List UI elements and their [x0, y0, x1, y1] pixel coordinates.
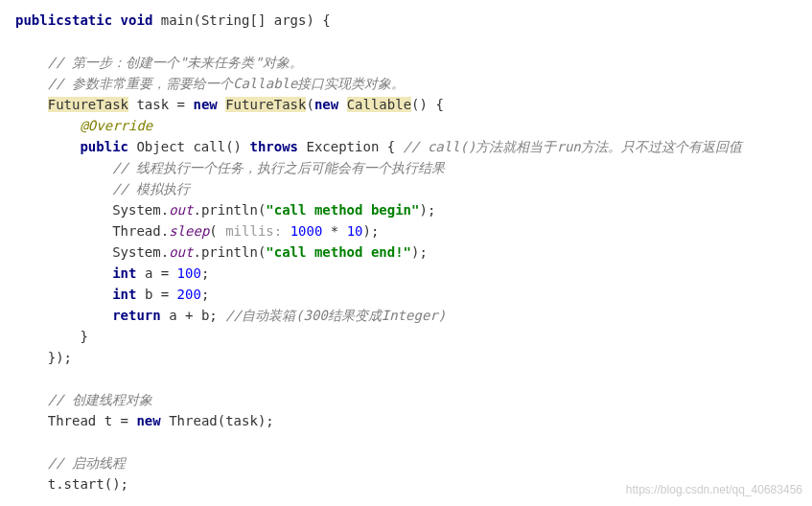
keyword: new [136, 413, 160, 428]
keyword: throws [249, 139, 298, 154]
code-line: // 模拟执行 [15, 178, 797, 199]
code-line: public Object call() throws Exception { … [15, 136, 797, 157]
code-line: // 参数非常重要，需要给一个Callable接口实现类对象。 [15, 73, 797, 94]
code-line: int b = 200; [15, 284, 797, 305]
comment: // 创建线程对象 [48, 392, 152, 407]
number-literal: 1000 [290, 223, 323, 239]
code-line: FutureTask task = new FutureTask(new Cal… [15, 94, 797, 115]
keyword: static [64, 12, 113, 28]
comment: // 模拟执行 [112, 181, 190, 196]
comment: // 第一步：创建一个"未来任务类"对象。 [48, 55, 303, 70]
static-field: out [169, 202, 193, 218]
code-line: // 线程执行一个任务，执行之后可能会有一个执行结果 [15, 157, 797, 178]
blank-line [15, 31, 797, 52]
code-line: publicstatic void main(String[] args) { [15, 10, 797, 31]
blank-line [15, 368, 797, 389]
param-hint: millis: [225, 223, 290, 239]
comment: //自动装箱(300结果变成Integer) [225, 308, 446, 323]
highlighted-type: FutureTask [48, 97, 128, 112]
keyword: int [112, 265, 136, 281]
code-line: return a + b; //自动装箱(300结果变成Integer) [15, 305, 797, 326]
code-line: // 创建线程对象 [15, 389, 797, 410]
watermark: https://blog.csdn.net/qq_40683456 [626, 479, 802, 500]
keyword: int [112, 287, 136, 302]
code-line: // 第一步：创建一个"未来任务类"对象。 [15, 52, 797, 73]
string-literal: "call method end!" [266, 244, 411, 260]
comment: // call()方法就相当于run方法。只不过这个有返回值 [404, 139, 742, 154]
comment: // 启动线程 [48, 455, 126, 471]
code-line: // 启动线程 [15, 452, 797, 473]
comment: // 参数非常重要，需要给一个Callable接口实现类对象。 [48, 76, 406, 91]
annotation: @Override [80, 118, 152, 133]
code-line: Thread.sleep( millis: 1000 * 10); [15, 220, 797, 242]
comment: // 线程执行一个任务，执行之后可能会有一个执行结果 [112, 160, 445, 175]
highlighted-type: FutureTask [225, 97, 306, 112]
code-line: @Override [15, 115, 797, 136]
keyword: void [121, 12, 153, 28]
code-block: publicstatic void main(String[] args) { … [15, 10, 797, 494]
code-line: }); [15, 347, 797, 368]
keyword: public [80, 139, 128, 154]
highlighted-type: Callable [347, 97, 411, 112]
keyword: public [15, 12, 64, 28]
number-literal: 10 [347, 223, 363, 239]
blank-line [15, 431, 797, 452]
code-line: int a = 100; [15, 263, 797, 284]
keyword: return [112, 308, 161, 323]
static-field: out [169, 244, 193, 260]
code-line: Thread t = new Thread(task); [15, 410, 797, 431]
keyword: new [193, 97, 217, 112]
string-literal: "call method begin" [266, 202, 419, 218]
code-line: } [15, 326, 797, 347]
static-method: sleep [169, 223, 209, 239]
code-line: System.out.println("call method begin"); [15, 199, 797, 220]
keyword: new [314, 97, 338, 112]
code-line: System.out.println("call method end!"); [15, 242, 797, 263]
code-text: main(String[] args) { [152, 12, 330, 28]
number-literal: 100 [177, 265, 201, 281]
number-literal: 200 [177, 287, 201, 302]
